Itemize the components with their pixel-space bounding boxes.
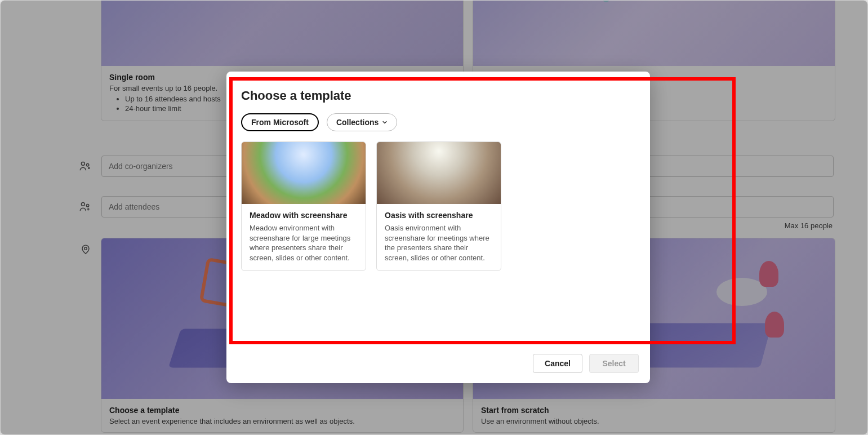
select-button[interactable]: Select <box>589 354 639 373</box>
pill-collections[interactable]: Collections <box>327 113 397 131</box>
template-thumb-meadow <box>242 142 366 204</box>
choose-template-modal: Choose a template From Microsoft Collect… <box>226 72 650 383</box>
template-title-oasis: Oasis with screenshare <box>385 211 493 220</box>
pill-from-microsoft-label: From Microsoft <box>251 118 309 127</box>
select-button-label: Select <box>602 359 625 368</box>
template-card-meadow[interactable]: Meadow with screenshare Meadow environme… <box>241 141 366 271</box>
template-thumb-oasis <box>377 142 501 204</box>
template-card-oasis[interactable]: Oasis with screenshare Oasis environment… <box>376 141 501 271</box>
pill-from-microsoft[interactable]: From Microsoft <box>241 113 319 131</box>
template-desc-meadow: Meadow environment with screenshare for … <box>250 223 358 263</box>
pill-collections-label: Collections <box>336 118 379 127</box>
modal-title: Choose a template <box>241 88 635 103</box>
template-title-meadow: Meadow with screenshare <box>250 211 358 220</box>
template-desc-oasis: Oasis environment with screenshare for m… <box>385 223 493 263</box>
chevron-down-icon <box>382 119 388 125</box>
cancel-button[interactable]: Cancel <box>533 354 582 373</box>
cancel-button-label: Cancel <box>545 359 571 368</box>
